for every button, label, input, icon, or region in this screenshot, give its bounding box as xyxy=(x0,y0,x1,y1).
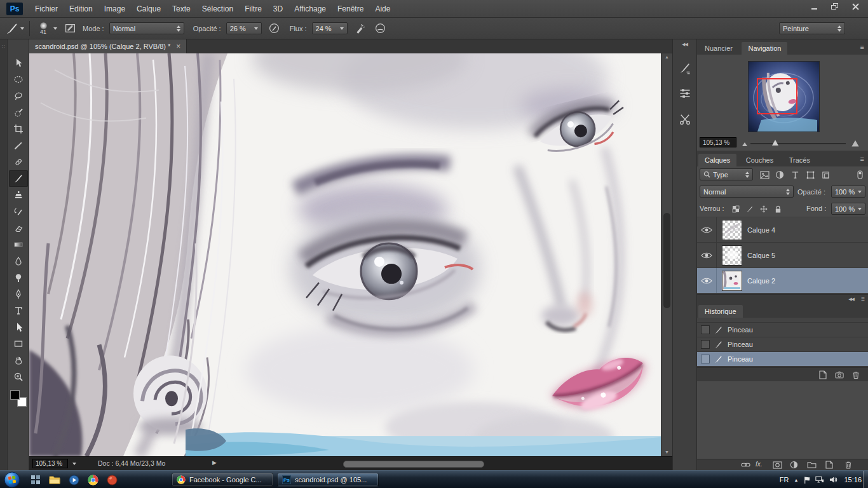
filter-type-layers-button[interactable] xyxy=(789,169,801,180)
new-group-button[interactable] xyxy=(805,460,818,470)
vertical-scroll-thumb[interactable] xyxy=(663,213,670,308)
layer-thumbnail[interactable] xyxy=(722,271,742,291)
navigator-zoom-slider[interactable] xyxy=(750,143,846,144)
menu-item-3d[interactable]: 3D xyxy=(268,0,288,18)
tab-navigation[interactable]: Navigation xyxy=(742,42,787,55)
history-source-checkbox[interactable] xyxy=(701,340,710,349)
blur-tool[interactable] xyxy=(9,253,28,269)
delete-layer-button[interactable] xyxy=(842,460,855,470)
fill-field[interactable]: 100 % xyxy=(831,203,865,215)
browser-quicklaunch[interactable] xyxy=(104,473,119,486)
tab-historique[interactable]: Historique xyxy=(698,305,743,318)
tab-traces[interactable]: Tracés xyxy=(783,154,817,166)
network-icon[interactable] xyxy=(815,476,824,484)
filter-pixel-layers-button[interactable] xyxy=(758,169,771,180)
move-tool[interactable] xyxy=(9,55,28,71)
status-options-icon[interactable] xyxy=(72,463,76,465)
canvas-area[interactable] xyxy=(29,53,661,456)
menu-item-affichage[interactable]: Affichage xyxy=(288,0,332,18)
menu-item-edition[interactable]: Edition xyxy=(64,0,98,18)
workspace-select[interactable]: Peinture xyxy=(779,22,845,34)
clone-stamp-tool[interactable] xyxy=(9,187,28,203)
panel-menu-icon[interactable]: ≡ xyxy=(861,295,865,302)
menu-item-texte[interactable]: Texte xyxy=(166,0,196,18)
navigator-thumbnail[interactable] xyxy=(748,61,820,132)
filter-toggle-switch[interactable] xyxy=(855,169,864,180)
filter-adjustment-layers-button[interactable] xyxy=(773,169,786,180)
canvas-artwork[interactable] xyxy=(29,53,661,456)
menu-item-aide[interactable]: Aide xyxy=(369,0,396,18)
lock-pixels-button[interactable] xyxy=(744,203,756,215)
layer-visibility-toggle[interactable] xyxy=(697,243,717,268)
navigator-zoom-slider-thumb[interactable] xyxy=(772,140,778,146)
layer-visibility-toggle[interactable] xyxy=(697,268,717,293)
history-row-clipped[interactable]: Pinceau xyxy=(697,318,868,323)
add-layer-mask-button[interactable] xyxy=(771,460,783,470)
menu-item-image[interactable]: Image xyxy=(98,0,131,18)
new-adjustment-layer-button[interactable] xyxy=(787,460,800,470)
menu-item-fichier[interactable]: Fichier xyxy=(29,0,64,18)
tray-chevron[interactable]: ▲ xyxy=(794,478,799,482)
clock[interactable]: 15:16 xyxy=(844,476,862,484)
brush-tool[interactable] xyxy=(9,170,28,187)
layer-row-calque2[interactable]: Calque 2 xyxy=(697,268,868,294)
layer-filter-select[interactable]: Type xyxy=(700,168,753,180)
explorer-quicklaunch[interactable] xyxy=(47,473,62,486)
navigator-zoom-field[interactable]: 105,13 % xyxy=(700,137,736,147)
layer-row-calque4[interactable]: Calque 4 xyxy=(697,217,868,243)
opacity-select[interactable]: 26 % xyxy=(226,22,262,34)
taskbar-button-chrome[interactable]: Facebook - Google C... xyxy=(172,473,273,487)
quick-selection-tool[interactable] xyxy=(9,104,28,121)
vertical-scrollbar[interactable]: ▲ ▼ xyxy=(661,53,672,456)
show-desktop-quicklaunch[interactable] xyxy=(28,473,43,486)
history-row-3[interactable]: Pinceau xyxy=(697,352,868,367)
brush-preset-picker[interactable]: 41 xyxy=(35,22,57,35)
layer-visibility-toggle[interactable] xyxy=(697,217,717,242)
layer-thumbnail[interactable] xyxy=(722,245,742,266)
tab-nuancier[interactable]: Nuancier xyxy=(698,42,739,55)
brush-presets-panel-button[interactable] xyxy=(673,57,696,79)
history-row-1[interactable]: Pinceau xyxy=(697,323,868,337)
expand-dock-button[interactable]: ◀◀ xyxy=(673,39,696,50)
tab-couches[interactable]: Couches xyxy=(740,154,780,166)
volume-icon[interactable] xyxy=(829,476,837,484)
document-tab[interactable]: scandroid.psd @ 105% (Calque 2, RVB/8) *… xyxy=(29,39,187,53)
blend-mode-select[interactable]: Normal xyxy=(700,186,794,198)
rectangle-tool[interactable] xyxy=(9,336,28,352)
lock-transparency-button[interactable] xyxy=(730,203,742,215)
history-row-2[interactable]: Pinceau xyxy=(697,337,868,352)
elliptical-marquee-tool[interactable] xyxy=(9,71,28,88)
airbrush-button[interactable] xyxy=(353,21,368,36)
gradient-tool[interactable] xyxy=(9,236,28,253)
filter-smart-objects-button[interactable] xyxy=(819,169,832,180)
lasso-tool[interactable] xyxy=(9,88,28,104)
crop-tool[interactable] xyxy=(9,121,28,137)
layer-thumbnail[interactable] xyxy=(722,220,742,240)
panel-menu-icon[interactable]: ≡ xyxy=(860,155,864,163)
panel-menu-icon[interactable]: ≡ xyxy=(860,43,864,51)
tool-preset-picker[interactable] xyxy=(5,22,24,36)
media-player-quicklaunch[interactable] xyxy=(66,473,81,486)
restore-button[interactable] xyxy=(826,2,844,11)
menu-item-filtre[interactable]: Filtre xyxy=(239,0,268,18)
path-selection-tool[interactable] xyxy=(9,319,28,336)
link-layers-button[interactable] xyxy=(739,460,752,470)
history-brush-tool[interactable] xyxy=(9,203,28,220)
menu-item-calque[interactable]: Calque xyxy=(131,0,166,18)
zoom-in-mountain-icon[interactable] xyxy=(851,139,860,147)
pen-tool[interactable] xyxy=(9,286,28,302)
horizontal-scroll-thumb[interactable] xyxy=(343,461,484,468)
show-desktop-button[interactable] xyxy=(863,471,868,488)
type-tool[interactable] xyxy=(9,302,28,319)
status-arrow[interactable]: ▶ xyxy=(212,459,217,466)
menu-item-selection[interactable]: Sélection xyxy=(196,0,239,18)
new-document-from-state-button[interactable] xyxy=(817,370,829,380)
color-swatches[interactable] xyxy=(10,390,27,407)
document-tab-close[interactable]: × xyxy=(176,43,180,50)
zoom-tool[interactable] xyxy=(9,369,28,385)
dock-grip[interactable]: ∷ xyxy=(2,44,5,50)
mode-select[interactable]: Normal xyxy=(109,22,184,34)
minimize-button[interactable] xyxy=(806,2,824,11)
layer-style-button[interactable]: fx. xyxy=(756,461,763,468)
status-zoom-field[interactable]: 105,13 % xyxy=(32,459,68,468)
